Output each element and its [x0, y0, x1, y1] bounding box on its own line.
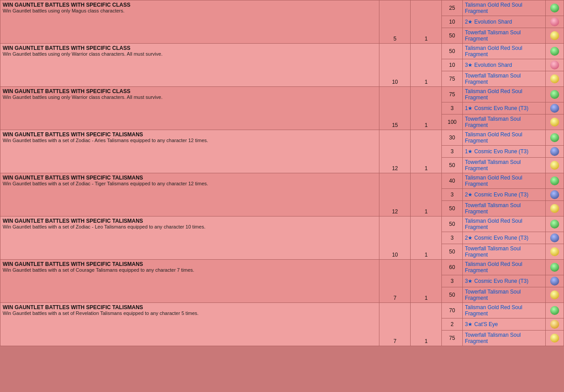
quests-table: WIN GAUNTLET BATTLES WITH SPECIFIC CLASS… [0, 0, 564, 346]
reward-qty: 2 [442, 318, 463, 331]
quest-desc: Win Gauntlet battles using only Warrior … [3, 51, 377, 57]
reward-icon-cell [546, 158, 564, 173]
battles-cell: 5 [379, 0, 411, 44]
table-row: WIN GAUNTLET BATTLES WITH SPECIFIC CLASS… [0, 87, 564, 102]
reward-name: Talisman Gold Red Soul Fragment [462, 303, 545, 318]
table-row: WIN GAUNTLET BATTLES WITH SPECIFIC CLASS… [0, 0, 564, 16]
reward-name: Talisman Gold Red Soul Fragment [462, 0, 545, 16]
quest-desc: Win Gauntlet battles using only Magus cl… [3, 8, 377, 13]
reward-name: Talisman Gold Red Soul Fragment [462, 87, 545, 102]
battles-cell: 12 [379, 130, 411, 173]
quest-desc: Win Gauntlet battles with a set of Zodia… [3, 181, 377, 186]
pink-icon [550, 61, 559, 69]
daily-cell: 1 [411, 87, 442, 130]
daily-cell: 1 [411, 216, 442, 260]
reward-qty: 25 [442, 0, 463, 16]
quest-title: WIN GAUNTLET BATTLES WITH SPECIFIC TALIS… [3, 131, 377, 138]
reward-name: Towerfall Talisman Soul Fragment [462, 28, 545, 44]
reward-qty: 50 [442, 201, 463, 216]
reward-icon-cell [546, 28, 564, 44]
blue-icon [550, 147, 559, 156]
quest-title: WIN GAUNTLET BATTLES WITH SPECIFIC CLASS [3, 45, 377, 51]
gold-icon [550, 31, 559, 40]
quest-title: WIN GAUNTLET BATTLES WITH SPECIFIC TALIS… [3, 175, 377, 181]
gold-icon [550, 74, 559, 83]
quest-cell: WIN GAUNTLET BATTLES WITH SPECIFIC TALIS… [0, 130, 379, 173]
green-icon [550, 47, 559, 56]
reward-icon-cell [546, 189, 564, 201]
quest-desc: Win Gauntlet battles with a set of Zodia… [3, 224, 377, 229]
green-icon [550, 4, 559, 12]
reward-name: Towerfall Talisman Soul Fragment [462, 331, 545, 346]
reward-icon-cell [546, 0, 564, 16]
quest-cell: WIN GAUNTLET BATTLES WITH SPECIFIC CLASS… [0, 87, 379, 130]
reward-name: Towerfall Talisman Soul Fragment [462, 244, 545, 260]
reward-icon-cell [546, 303, 564, 318]
reward-qty: 50 [442, 287, 463, 303]
gold-icon [550, 247, 559, 256]
reward-qty: 70 [442, 303, 463, 318]
reward-name: 3★ Cat'S Eye [462, 318, 545, 331]
reward-qty: 75 [442, 331, 463, 346]
green-icon [550, 176, 559, 185]
reward-icon-cell [546, 232, 564, 244]
reward-icon-cell [546, 287, 564, 303]
reward-icon-cell [546, 275, 564, 287]
green-icon [550, 133, 559, 142]
reward-qty: 10 [442, 16, 463, 28]
reward-name: Towerfall Talisman Soul Fragment [462, 158, 545, 173]
reward-name: 3★ Evolution Shard [462, 59, 545, 71]
battles-cell: 15 [379, 87, 411, 130]
quest-cell: WIN GAUNTLET BATTLES WITH SPECIFIC TALIS… [0, 216, 379, 260]
daily-cell: 1 [411, 130, 442, 173]
quest-title: WIN GAUNTLET BATTLES WITH SPECIFIC TALIS… [3, 261, 377, 267]
reward-icon-cell [546, 201, 564, 216]
reward-qty: 75 [442, 71, 463, 87]
reward-icon-cell [546, 87, 564, 102]
blue-icon [550, 190, 559, 199]
reward-qty: 50 [442, 44, 463, 59]
green-icon [550, 263, 559, 272]
yellow-icon [550, 320, 559, 329]
quest-desc: Win Gauntlet battles with a set of Coura… [3, 267, 377, 273]
quest-cell: WIN GAUNTLET BATTLES WITH SPECIFIC CLASS… [0, 44, 379, 87]
quest-desc: Win Gauntlet battles with a set of Zodia… [3, 138, 377, 143]
battles-cell: 12 [379, 173, 411, 216]
reward-name: Talisman Gold Red Soul Fragment [462, 260, 545, 275]
daily-cell: 1 [411, 0, 442, 44]
reward-icon-cell [546, 216, 564, 232]
reward-qty: 50 [442, 28, 463, 44]
gold-icon [550, 334, 559, 343]
reward-name: 3★ Cosmic Evo Rune (T3) [462, 275, 545, 287]
reward-qty: 40 [442, 173, 463, 189]
reward-icon-cell [546, 71, 564, 87]
reward-qty: 100 [442, 114, 463, 130]
reward-qty: 10 [442, 59, 463, 71]
gold-icon [550, 118, 559, 127]
green-icon [550, 220, 559, 229]
reward-name: 1★ Cosmic Evo Rune (T3) [462, 102, 545, 114]
table-row: WIN GAUNTLET BATTLES WITH SPECIFIC TALIS… [0, 173, 564, 189]
reward-name: Talisman Gold Red Soul Fragment [462, 216, 545, 232]
blue-icon [550, 277, 559, 286]
reward-icon-cell [546, 318, 564, 331]
reward-name: Towerfall Talisman Soul Fragment [462, 114, 545, 130]
quest-title: WIN GAUNTLET BATTLES WITH SPECIFIC CLASS [3, 88, 377, 94]
reward-icon-cell [546, 146, 564, 158]
battles-cell: 10 [379, 44, 411, 87]
quest-cell: WIN GAUNTLET BATTLES WITH SPECIFIC TALIS… [0, 260, 379, 303]
reward-name: Talisman Gold Red Soul Fragment [462, 173, 545, 189]
reward-name: 1★ Cosmic Evo Rune (T3) [462, 146, 545, 158]
reward-qty: 3 [442, 232, 463, 244]
reward-name: 2★ Cosmic Evo Rune (T3) [462, 232, 545, 244]
reward-icon-cell [546, 331, 564, 346]
reward-qty: 50 [442, 216, 463, 232]
reward-icon-cell [546, 244, 564, 260]
reward-qty: 3 [442, 102, 463, 114]
blue-icon [550, 233, 559, 242]
reward-name: Talisman Gold Red Soul Fragment [462, 44, 545, 59]
gold-icon [550, 161, 559, 170]
reward-name: Talisman Gold Red Soul Fragment [462, 130, 545, 146]
daily-cell: 1 [411, 173, 442, 216]
reward-icon-cell [546, 16, 564, 28]
